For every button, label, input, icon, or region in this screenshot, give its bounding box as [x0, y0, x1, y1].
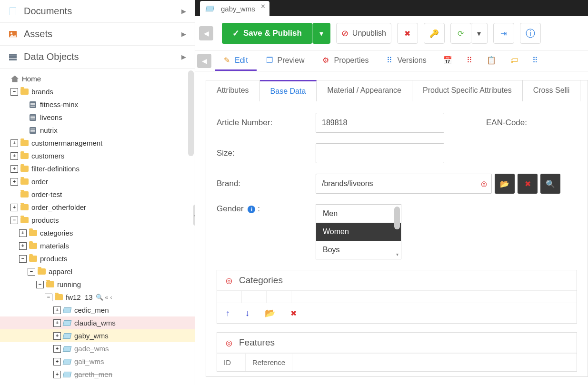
- gender-option-women[interactable]: Women: [316, 223, 401, 241]
- tree-toggle[interactable]: −: [10, 217, 18, 224]
- tree-toggle[interactable]: +: [53, 371, 61, 378]
- accordion-assets[interactable]: Assets ▶: [0, 23, 195, 46]
- info-button[interactable]: ⓘ: [520, 23, 541, 44]
- tree-item-order-test[interactable]: order-test: [0, 188, 195, 201]
- close-icon[interactable]: ✕: [260, 3, 266, 10]
- tree-item-customers[interactable]: +customers: [0, 149, 195, 162]
- tree-toggle[interactable]: +: [10, 139, 18, 147]
- tree-toggle[interactable]: +: [53, 332, 61, 340]
- column-reference: Reference: [246, 354, 292, 371]
- save-publish-button[interactable]: ✓ Save & Publish: [222, 23, 312, 44]
- tree-item-products[interactable]: −products: [0, 252, 195, 265]
- tree-item-customermanagement[interactable]: +customermanagement: [0, 137, 195, 149]
- tree-item-fitness-minx[interactable]: fitness-minx: [0, 98, 195, 111]
- tree-item-running[interactable]: −running: [0, 278, 195, 291]
- remove-button[interactable]: ✖: [290, 309, 297, 318]
- tab-gaby-wms[interactable]: gaby_wms ✕: [200, 1, 269, 16]
- tree-toggle[interactable]: +: [10, 165, 18, 173]
- view-tab-preview[interactable]: ❐ Preview: [258, 51, 313, 71]
- subtab-material-appearance[interactable]: Material / Appearance: [317, 80, 412, 101]
- svg-rect-1: [10, 8, 16, 15]
- info-icon[interactable]: i: [248, 206, 255, 213]
- view-tab-schedule[interactable]: 📅: [436, 51, 459, 71]
- move-up-button[interactable]: ↑: [226, 308, 230, 318]
- reload-dropdown[interactable]: ▾: [471, 23, 488, 44]
- tree-item-nutrix[interactable]: nutrix: [0, 124, 195, 137]
- subtab-product-specific-attributes[interactable]: Product Specific Attributes: [412, 80, 523, 101]
- tree-toggle[interactable]: +: [53, 358, 61, 365]
- tree-item-liveons[interactable]: liveons: [0, 111, 195, 124]
- tree-item-gade_wms[interactable]: +gade_wms: [0, 342, 195, 355]
- view-tab-tags[interactable]: 🏷: [504, 51, 525, 71]
- target-icon: ◎: [481, 179, 487, 188]
- tree-toggle[interactable]: +: [10, 152, 18, 160]
- tree-item-filter-definitions[interactable]: +filter-definitions: [0, 162, 195, 175]
- delete-button[interactable]: ✖: [397, 23, 418, 44]
- tree-item-apparel[interactable]: −apparel: [0, 265, 195, 278]
- tree-toggle[interactable]: +: [53, 319, 61, 327]
- tree-item-order_otherfolder[interactable]: +order_otherfolder: [0, 201, 195, 214]
- tag-icon: [63, 358, 71, 365]
- brand-search-button[interactable]: 🔍: [540, 174, 560, 194]
- tree-item-cedic_men[interactable]: +cedic_men: [0, 304, 195, 316]
- tree-item-brands[interactable]: −brands: [0, 85, 195, 98]
- tree-toggle[interactable]: +: [10, 204, 18, 211]
- view-tab-notes[interactable]: 📋: [480, 51, 503, 71]
- tree-item-claudia_wms[interactable]: +claudia_wms: [0, 316, 195, 329]
- reload-button[interactable]: ⟳: [450, 23, 471, 44]
- tree-toggle[interactable]: −: [36, 281, 44, 288]
- chevron-right-icon: ▶: [181, 53, 186, 60]
- open-button[interactable]: 📂: [265, 308, 275, 318]
- tree-toggle[interactable]: +: [19, 229, 27, 237]
- tree-action-button[interactable]: ⇥: [493, 23, 514, 44]
- view-tab-versions[interactable]: ⠿ Versions: [378, 51, 435, 71]
- folder-open-icon: 📂: [500, 179, 509, 188]
- rename-button[interactable]: 🔑: [424, 23, 445, 44]
- view-tab-edit[interactable]: ✎ Edit: [215, 51, 257, 71]
- view-tab-more[interactable]: ⠿: [526, 51, 545, 71]
- article-number-input[interactable]: [316, 113, 444, 133]
- scrollbar[interactable]: ▾: [394, 207, 400, 257]
- accordion-data-objects[interactable]: Data Objects ▶: [0, 46, 195, 69]
- gender-option-boys[interactable]: Boys: [316, 241, 401, 259]
- gender-option-men[interactable]: Men: [316, 205, 401, 223]
- unpublish-button[interactable]: ⊘ Unpublish: [336, 23, 391, 44]
- size-input[interactable]: [316, 143, 444, 163]
- tree-toggle[interactable]: +: [53, 306, 61, 314]
- brand-clear-button[interactable]: ✖: [518, 174, 538, 194]
- gender-select[interactable]: MenWomenBoys▾: [316, 204, 401, 259]
- viewtabs-back-button[interactable]: ◀: [197, 54, 211, 68]
- move-down-button[interactable]: ↓: [245, 308, 249, 318]
- tree-item-products[interactable]: −products: [0, 214, 195, 227]
- tree-item-categories[interactable]: +categories: [0, 227, 195, 239]
- tree-toggle[interactable]: +: [10, 178, 18, 186]
- subtab-cross-selli[interactable]: Cross Selli: [523, 80, 580, 101]
- scrollbar[interactable]: [188, 70, 194, 156]
- tree-item-materials[interactable]: +materials: [0, 239, 195, 252]
- accordion-documents[interactable]: Documents ▶: [0, 0, 195, 23]
- tree-toggle[interactable]: +: [19, 242, 27, 250]
- tree-toggle[interactable]: −: [28, 268, 35, 276]
- folder-icon: [20, 139, 29, 147]
- row-actions[interactable]: 🔍 « ‹: [96, 294, 112, 301]
- tree-item-gareth_men[interactable]: +gareth_men: [0, 368, 195, 381]
- tree-item-gali_wms[interactable]: +gali_wms: [0, 355, 195, 368]
- save-publish-dropdown[interactable]: ▾: [312, 23, 330, 44]
- brand-input[interactable]: [316, 174, 492, 194]
- tree-item-order[interactable]: +order: [0, 175, 195, 188]
- view-tab-properties[interactable]: ⚙ Properties: [314, 51, 377, 71]
- subtab-base-data[interactable]: Base Data: [260, 80, 317, 101]
- tree-item-home[interactable]: Home: [0, 72, 195, 85]
- subtab-attributes[interactable]: Attributes: [206, 80, 260, 101]
- tag-icon: [63, 345, 71, 353]
- toolbar-back-button[interactable]: ◀: [199, 26, 213, 40]
- tree-toggle[interactable]: −: [45, 294, 52, 301]
- brand-open-button[interactable]: 📂: [495, 174, 515, 194]
- tree-toggle[interactable]: +: [53, 345, 61, 353]
- view-tab-dependencies[interactable]: ⠿: [460, 51, 479, 71]
- folder-icon: [29, 255, 37, 263]
- tree-item-fw12_13[interactable]: −fw12_13🔍 « ‹: [0, 291, 195, 304]
- tree-item-gaby_wms[interactable]: +gaby_wms: [0, 329, 195, 342]
- tree-toggle[interactable]: −: [10, 88, 18, 96]
- tree-toggle[interactable]: −: [19, 255, 27, 263]
